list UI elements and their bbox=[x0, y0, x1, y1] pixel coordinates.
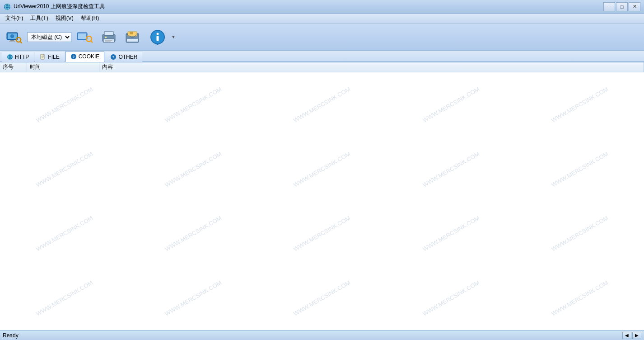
tab-http-label: HTTP bbox=[15, 54, 29, 60]
watermark-container: WWW.MERCSINK.COM WWW.MERCSINK.COM WWW.ME… bbox=[0, 72, 644, 330]
menu-tools[interactable]: 工具(T) bbox=[27, 14, 51, 23]
svg-point-27 bbox=[157, 33, 159, 35]
toolbar-expand-btn[interactable]: ▼ bbox=[171, 26, 176, 48]
app-title: UrlViewer2010 上网痕迹深度检查工具 bbox=[14, 3, 105, 10]
status-text: Ready bbox=[3, 332, 19, 339]
watermark-9: WWW.MERCSINK.COM bbox=[379, 109, 523, 229]
toolbar: 本地磁盘 (C) 本地磁盘 (D) 本地磁盘 (E) bbox=[0, 24, 644, 51]
toolbar-info-btn[interactable] bbox=[146, 26, 169, 48]
print-icon bbox=[101, 29, 117, 45]
title-bar-left: UrlViewer2010 上网痕迹深度检查工具 bbox=[4, 3, 105, 10]
tab-other-label: OTHER bbox=[118, 54, 137, 60]
watermark-14: WWW.MERCSINK.COM bbox=[379, 173, 523, 293]
status-right: ◀ ▶ bbox=[622, 332, 641, 339]
svg-text:?: ? bbox=[73, 55, 75, 58]
tab-file[interactable]: FILE bbox=[35, 51, 64, 62]
status-btn-right[interactable]: ▶ bbox=[632, 332, 641, 339]
title-bar-controls: ─ □ ✕ bbox=[603, 2, 640, 11]
status-bar: Ready ◀ ▶ bbox=[0, 330, 644, 340]
menu-help[interactable]: 帮助(H) bbox=[77, 14, 103, 23]
watermark-2: WWW.MERCSINK.COM bbox=[121, 72, 265, 165]
svg-point-5 bbox=[10, 34, 14, 38]
watermark-3: WWW.MERCSINK.COM bbox=[250, 72, 394, 165]
col-content: 内容 bbox=[99, 62, 644, 72]
col-time: 时间 bbox=[27, 62, 99, 72]
toolbar-print-btn[interactable] bbox=[98, 26, 120, 48]
ie-tab-icon bbox=[7, 54, 13, 60]
toolbar-search-btn[interactable] bbox=[73, 26, 96, 48]
save-icon bbox=[125, 29, 141, 45]
app-icon bbox=[4, 3, 11, 10]
watermark-15: WWW.MERCSINK.COM bbox=[508, 173, 644, 293]
minimize-button[interactable]: ─ bbox=[603, 2, 615, 11]
svg-rect-28 bbox=[157, 36, 159, 41]
col-seq: 序号 bbox=[0, 62, 27, 72]
svg-point-14 bbox=[88, 38, 90, 40]
svg-rect-24 bbox=[127, 39, 138, 42]
watermark-5: WWW.MERCSINK.COM bbox=[508, 72, 644, 165]
watermark-7: WWW.MERCSINK.COM bbox=[121, 109, 265, 229]
tab-file-label: FILE bbox=[48, 54, 59, 60]
tab-cookie-label: COOKIE bbox=[79, 53, 100, 60]
watermark-20: WWW.MERCSINK.COM bbox=[508, 238, 644, 330]
watermark-11: WWW.MERCSINK.COM bbox=[0, 173, 136, 293]
svg-rect-23 bbox=[130, 32, 133, 34]
menu-file[interactable]: 文件(F) bbox=[2, 14, 27, 23]
file-tab-icon bbox=[40, 54, 46, 60]
svg-rect-16 bbox=[104, 32, 113, 35]
tab-other[interactable]: ? OTHER bbox=[105, 51, 142, 62]
svg-rect-11 bbox=[78, 33, 86, 39]
other-tab-icon: ? bbox=[110, 54, 117, 60]
svg-line-13 bbox=[91, 41, 93, 42]
watermark-6: WWW.MERCSINK.COM bbox=[0, 109, 136, 229]
maximize-button[interactable]: □ bbox=[616, 2, 628, 11]
title-bar: UrlViewer2010 上网痕迹深度检查工具 ─ □ ✕ bbox=[0, 0, 644, 14]
cookie-tab-icon: ? bbox=[70, 53, 77, 60]
status-btn-left[interactable]: ◀ bbox=[622, 332, 631, 339]
watermark-16: WWW.MERCSINK.COM bbox=[0, 238, 136, 330]
info-icon bbox=[149, 29, 166, 45]
watermark-4: WWW.MERCSINK.COM bbox=[379, 72, 523, 165]
tab-http[interactable]: HTTP bbox=[2, 51, 34, 62]
scan-icon bbox=[6, 29, 22, 45]
watermark-1: WWW.MERCSINK.COM bbox=[0, 72, 136, 165]
menu-bar: 文件(F) 工具(T) 视图(V) 帮助(H) bbox=[0, 14, 644, 24]
svg-rect-18 bbox=[105, 37, 107, 38]
search-icon bbox=[76, 29, 93, 45]
svg-rect-6 bbox=[10, 40, 14, 41]
watermark-12: WWW.MERCSINK.COM bbox=[121, 173, 265, 293]
watermark-17: WWW.MERCSINK.COM bbox=[121, 238, 265, 330]
toolbar-scan-btn[interactable] bbox=[3, 26, 25, 48]
svg-line-9 bbox=[20, 42, 22, 43]
tab-cookie[interactable]: ? COOKIE bbox=[65, 51, 105, 62]
svg-rect-17 bbox=[103, 39, 114, 42]
svg-text:?: ? bbox=[112, 56, 114, 59]
main-content: WWW.MERCSINK.COM WWW.MERCSINK.COM WWW.ME… bbox=[0, 72, 644, 330]
close-button[interactable]: ✕ bbox=[629, 2, 640, 11]
watermark-8: WWW.MERCSINK.COM bbox=[250, 109, 394, 229]
drive-selector[interactable]: 本地磁盘 (C) 本地磁盘 (D) 本地磁盘 (E) bbox=[27, 32, 71, 42]
watermark-10: WWW.MERCSINK.COM bbox=[508, 109, 644, 229]
toolbar-save-btn[interactable] bbox=[122, 26, 145, 48]
svg-rect-7 bbox=[9, 41, 15, 42]
column-header: 序号 时间 内容 bbox=[0, 62, 644, 72]
watermark-19: WWW.MERCSINK.COM bbox=[379, 238, 523, 330]
watermark-13: WWW.MERCSINK.COM bbox=[250, 173, 394, 293]
menu-view[interactable]: 视图(V) bbox=[52, 14, 77, 23]
tabs-bar: HTTP FILE ? COOKIE ? bbox=[0, 51, 644, 62]
watermark-18: WWW.MERCSINK.COM bbox=[250, 238, 394, 330]
